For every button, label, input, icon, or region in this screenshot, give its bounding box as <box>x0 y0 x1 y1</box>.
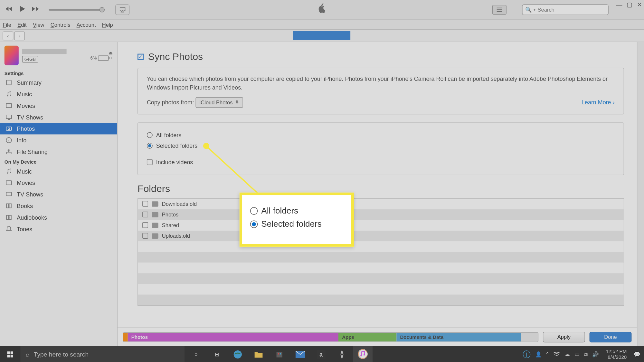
sidebar-item-info[interactable]: Info <box>0 134 117 146</box>
sidebar-device-movies[interactable]: Movies <box>0 177 117 189</box>
list-view-button[interactable] <box>492 5 507 14</box>
search-input[interactable]: 🔍 ▾ Search <box>522 5 609 15</box>
menu-account[interactable]: Account <box>77 22 96 28</box>
sidebar-device-audiobooks[interactable]: Audiobooks <box>0 212 117 223</box>
folder-checkbox[interactable] <box>142 201 148 207</box>
svg-point-19 <box>358 349 368 359</box>
taskbar-search-placeholder: Type here to search <box>34 351 89 358</box>
folder-icon <box>152 233 158 239</box>
device-thumbnail-icon <box>5 46 19 65</box>
folder-checkbox[interactable] <box>142 222 148 228</box>
sidebar-item-summary[interactable]: Summary <box>0 77 117 88</box>
app-icon[interactable] <box>332 346 352 362</box>
learn-more-link[interactable]: Learn More› <box>582 98 615 107</box>
folder-checkbox[interactable] <box>142 212 148 217</box>
notifications-icon[interactable]: 💬 <box>634 351 640 357</box>
vertical-scrollbar[interactable] <box>637 42 644 346</box>
nav-forward-button[interactable]: › <box>14 31 25 40</box>
storage-bar: Photos Apps Documents & Data <box>123 332 539 342</box>
done-button[interactable]: Done <box>590 332 632 342</box>
forward-icon[interactable] <box>31 5 40 15</box>
radio-selected-folders[interactable]: Selected folders <box>147 141 615 150</box>
folder-row-empty <box>138 273 623 284</box>
radio-icon <box>147 143 153 148</box>
close-icon[interactable]: ✕ <box>637 1 642 8</box>
menu-edit[interactable]: Edit <box>17 22 27 28</box>
start-button[interactable] <box>0 346 20 362</box>
folder-row[interactable]: Photos <box>138 209 623 220</box>
airplay-button[interactable] <box>115 5 129 15</box>
volume-slider[interactable] <box>49 9 102 11</box>
folder-selection-panel: All folders Selected folders Include vid… <box>137 122 624 175</box>
onedrive-icon[interactable]: ☁ <box>564 351 570 357</box>
sound-icon[interactable]: 🔊 <box>592 351 599 357</box>
sync-description-panel: You can choose which photos from your co… <box>137 68 624 115</box>
sidebar-device-books[interactable]: Books <box>0 200 117 212</box>
sidebar-item-photos[interactable]: Photos <box>0 123 117 135</box>
menubar: File Edit View Controls Account Help <box>0 20 644 30</box>
taskbar-search[interactable]: ⌕ Type here to search <box>20 346 185 362</box>
play-icon[interactable] <box>18 5 27 15</box>
rewind-icon[interactable] <box>5 5 14 15</box>
store-icon[interactable] <box>270 346 289 362</box>
svg-point-9 <box>10 172 11 173</box>
sync-checkbox[interactable]: ✓ <box>137 54 144 60</box>
sidebar-item-filesharing[interactable]: File Sharing <box>0 146 117 157</box>
sidebar-item-label: Audiobooks <box>17 214 47 221</box>
svg-point-14 <box>234 350 242 358</box>
folder-row[interactable]: Shared <box>138 220 623 231</box>
sidebar-device-tvshows[interactable]: TV Shows <box>0 188 117 200</box>
clock-date: 8/4/2020 <box>606 355 627 360</box>
menu-help[interactable]: Help <box>102 22 113 28</box>
file-explorer-icon[interactable] <box>249 346 269 362</box>
help-icon[interactable]: ⓘ <box>523 349 531 360</box>
taskbar-clock[interactable]: 12:52 PM 8/4/2020 <box>603 348 629 360</box>
radio-icon <box>147 132 153 138</box>
sidebar-item-music[interactable]: Music <box>0 88 117 100</box>
tray-chevron-icon[interactable]: ^ <box>546 351 549 357</box>
menu-view[interactable]: View <box>33 22 44 28</box>
menu-controls[interactable]: Controls <box>51 22 71 28</box>
svg-rect-10 <box>6 181 12 185</box>
learn-more-label: Learn More <box>582 98 611 107</box>
sidebar-item-label: TV Shows <box>17 114 43 120</box>
folder-checkbox[interactable] <box>142 233 148 239</box>
radio-icon <box>250 207 258 214</box>
sidebar-device-music[interactable]: Music <box>0 166 117 177</box>
sidebar-section-settings: Settings <box>0 69 117 77</box>
mail-icon[interactable] <box>290 346 310 362</box>
dropdown-value: iCloud Photos <box>200 99 233 107</box>
dropbox-icon[interactable]: ⧉ <box>584 351 588 357</box>
sidebar-device-tones[interactable]: Tones <box>0 223 117 235</box>
callout-radio-all: All folders <box>250 206 343 215</box>
people-icon[interactable]: 👤 <box>535 351 542 357</box>
battery-tray-icon[interactable]: ▭ <box>574 351 579 357</box>
sidebar-item-label: Movies <box>17 179 35 186</box>
folder-row[interactable]: Downloads.old <box>138 198 623 209</box>
maximize-icon[interactable]: ▢ <box>627 1 632 8</box>
itunes-icon[interactable] <box>353 346 373 362</box>
nav-back-button[interactable]: ‹ <box>3 31 13 40</box>
wifi-icon[interactable] <box>553 351 560 358</box>
sidebar-item-label: Info <box>17 137 26 144</box>
sidebar-item-tvshows[interactable]: TV Shows <box>0 111 117 123</box>
minimize-icon[interactable]: — <box>616 1 622 8</box>
edge-icon[interactable] <box>228 346 248 362</box>
apply-button[interactable]: Apply <box>543 332 585 342</box>
eject-icon[interactable]: ⏏ <box>90 50 113 55</box>
task-view-icon[interactable]: ⊞ <box>207 346 227 362</box>
search-placeholder: Search <box>537 7 554 13</box>
bottom-action-bar: Photos Apps Documents & Data Apply Done <box>118 328 637 346</box>
menu-file[interactable]: File <box>3 22 11 28</box>
sidebar-item-movies[interactable]: Movies <box>0 100 117 111</box>
checkbox-include-videos[interactable]: Include videos <box>147 158 615 167</box>
svg-rect-16 <box>278 353 279 354</box>
cortana-icon[interactable]: ○ <box>186 346 206 362</box>
sidebar-item-label: Photos <box>17 125 35 132</box>
amazon-icon[interactable]: a <box>311 346 331 362</box>
folder-row[interactable]: Uploads.old <box>138 231 623 241</box>
search-icon: ⌕ <box>26 351 29 358</box>
radio-all-folders[interactable]: All folders <box>147 131 615 139</box>
copy-from-dropdown[interactable]: iCloud Photos⇅ <box>195 97 243 108</box>
chevron-updown-icon: ⇅ <box>235 100 239 106</box>
